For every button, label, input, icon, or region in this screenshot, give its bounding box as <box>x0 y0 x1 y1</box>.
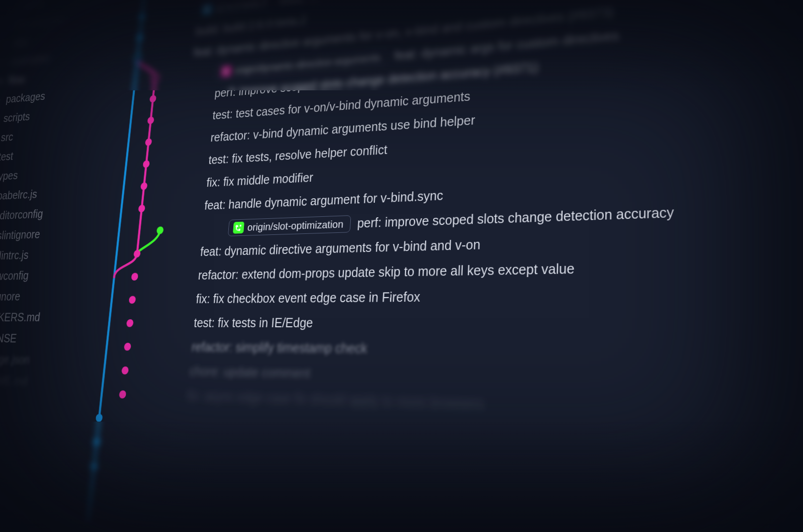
commit-message: refactor: extend dom-props update skip t… <box>198 260 575 284</box>
chip-label: v2.6.0-beta.2 <box>215 0 267 14</box>
svg-point-20 <box>124 343 131 351</box>
file-package-json[interactable]: package.json <box>0 348 82 371</box>
svg-point-15 <box>157 226 164 234</box>
svg-point-12 <box>143 160 150 168</box>
commit-message: refactor: simplify timestamp check <box>191 339 368 357</box>
chip-label: origin/slot-optimization <box>247 217 344 234</box>
tree-item-label: .babelrc.js <box>0 184 38 206</box>
chevron-right-icon: ▸ <box>10 3 16 10</box>
tree-item-label: types <box>0 166 19 187</box>
file--eslintignore[interactable]: .eslintignore <box>0 222 96 246</box>
file-readme-md[interactable]: README.md <box>0 369 79 393</box>
svg-point-19 <box>126 319 133 327</box>
tree-item-label: package.json <box>0 349 31 371</box>
commit-row[interactable]: test: fix tests in IE/Edge <box>167 307 803 339</box>
tag-icon <box>202 4 213 15</box>
chevron-right-icon: ▸ <box>5 40 11 47</box>
commit-message: fix: async edge case fix should apply to… <box>187 388 484 413</box>
git-branch-icon <box>233 222 244 234</box>
tree-item-label: .gitignore <box>0 286 22 307</box>
tree-item-label: dist <box>13 32 29 52</box>
svg-point-10 <box>147 116 154 124</box>
chevron-right-icon: ▸ <box>7 21 13 28</box>
file-backers-md[interactable]: BACKERS.md <box>0 307 87 328</box>
tree-item-label: flow <box>8 69 26 90</box>
branch-chip-green[interactable]: origin/slot-optimization <box>228 215 351 236</box>
svg-point-5 <box>139 13 146 20</box>
tree-item-label: .eslintignore <box>0 224 41 246</box>
chevron-right-icon: ▸ <box>0 115 1 122</box>
file--flowconfig[interactable]: .flowconfig <box>0 264 91 287</box>
svg-point-9 <box>150 95 157 102</box>
svg-point-8 <box>152 74 159 81</box>
svg-point-21 <box>121 366 129 374</box>
svg-point-7 <box>134 54 141 62</box>
tree-item-label: .eslintrc.js <box>0 245 30 267</box>
chevron-right-icon: ▸ <box>0 77 6 84</box>
file--eslintrc-js[interactable]: .eslintrc.js <box>0 243 94 267</box>
commit-message: fix: fix checkbox event edge case in Fir… <box>195 289 421 307</box>
tree-item-label: README.md <box>0 370 29 392</box>
file--gitignore[interactable]: .gitignore <box>0 285 89 307</box>
tree-item-label: examples <box>10 48 51 71</box>
svg-point-18 <box>128 296 136 304</box>
svg-point-11 <box>145 138 152 146</box>
svg-point-22 <box>119 390 126 398</box>
svg-point-13 <box>141 182 148 190</box>
chevron-right-icon: ▸ <box>2 58 8 65</box>
commit-message: chore: update comment <box>189 364 311 382</box>
tree-item-label: LICENSE <box>0 328 18 349</box>
git-branch-icon <box>221 65 232 77</box>
svg-point-23 <box>95 414 103 422</box>
commit-list[interactable]: build: build 2.6.0-beta.3build: fix feat… <box>160 0 803 438</box>
commit-message: fix: fix middle modifier <box>206 170 314 191</box>
svg-point-24 <box>93 438 100 447</box>
tree-item-label: packages <box>5 86 47 109</box>
tree-item-label: src <box>0 127 15 147</box>
commit-message: test: fix tests in IE/Edge <box>193 315 314 331</box>
tree-item-label: .editorconfig <box>0 204 44 226</box>
svg-point-17 <box>131 273 139 281</box>
file-license[interactable]: LICENSE <box>0 328 84 350</box>
tree-item-label: BACKERS.md <box>0 307 41 328</box>
git-log-panel: build: build 2.6.0-beta.3build: fix feat… <box>53 0 803 532</box>
svg-point-16 <box>133 250 141 257</box>
chevron-right-icon: ▸ <box>0 96 3 103</box>
tree-item-label: scripts <box>3 107 31 128</box>
app-window: ▸.circleci▸.github▸benchmarks▸dist▸examp… <box>0 0 803 532</box>
svg-point-14 <box>138 205 146 212</box>
svg-point-6 <box>136 34 143 41</box>
tree-item-label: test <box>0 147 15 167</box>
commit-message: feat: dynamic directive arguments for v-… <box>200 236 481 259</box>
svg-point-25 <box>90 462 98 471</box>
tree-item-label: .flowconfig <box>0 265 30 287</box>
